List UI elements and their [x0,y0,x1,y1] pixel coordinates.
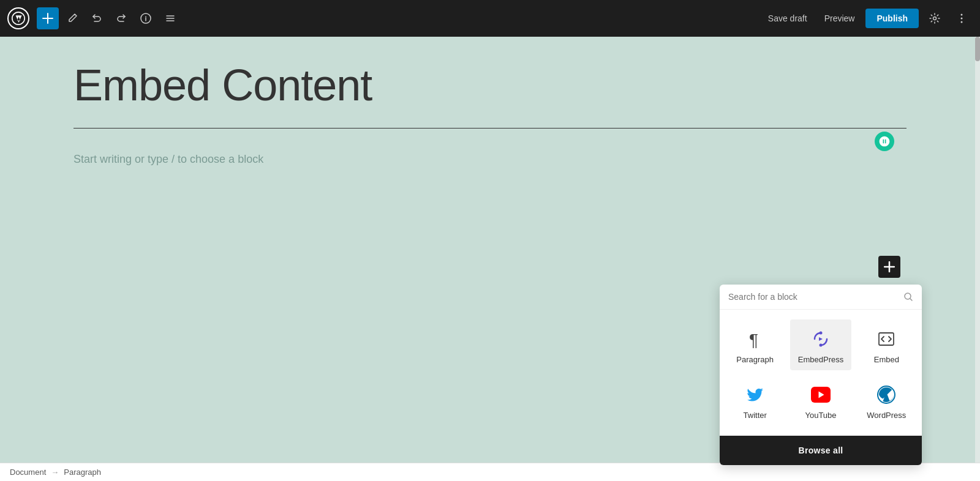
status-bar: Document → Paragraph [0,463,980,481]
status-separator: → [51,468,59,477]
svg-point-8 [819,344,822,347]
publish-button[interactable]: Publish [865,9,919,28]
block-search-container [720,285,922,310]
save-draft-button[interactable]: Save draft [762,10,813,27]
toolbar: Save draft Preview Publish [0,0,980,37]
twitter-icon [744,384,766,406]
block-item-twitter[interactable]: Twitter [725,375,785,426]
edit-button[interactable] [61,7,83,29]
preview-button[interactable]: Preview [818,10,861,27]
status-context[interactable]: Paragraph [64,468,101,477]
block-label-youtube: YouTube [805,411,836,420]
list-view-button[interactable] [159,7,181,29]
editor-area: Embed Content Start writing or type / to… [0,37,980,481]
info-button[interactable] [135,7,157,29]
scroll-thumb [975,37,980,61]
scroll-bar[interactable] [975,37,980,463]
post-title[interactable]: Embed Content [74,61,907,110]
block-item-embedpress[interactable]: EmbedPress [790,319,851,370]
block-search-button[interactable] [903,292,913,302]
settings-button[interactable] [924,7,946,29]
wordpress-logo[interactable] [7,7,29,29]
block-item-embed[interactable]: Embed [856,319,917,370]
svg-point-4 [961,21,963,23]
browse-all-button[interactable]: Browse all [720,436,922,465]
title-separator [74,128,907,129]
svg-point-7 [819,332,822,335]
youtube-icon [810,384,832,406]
undo-button[interactable] [86,7,108,29]
block-label-embed: Embed [874,355,899,364]
svg-text:¶: ¶ [749,330,758,348]
block-label-embedpress: EmbedPress [798,355,843,364]
block-label-twitter: Twitter [744,411,767,420]
block-picker: ¶ Paragraph EmbedPress [720,285,922,465]
paragraph-icon: ¶ [744,328,766,350]
add-block-button[interactable] [878,256,900,278]
block-picker-grid: ¶ Paragraph EmbedPress [720,310,922,436]
toolbar-right: Save draft Preview Publish [762,7,973,29]
block-label-wordpress: WordPress [867,411,906,420]
wordpress-block-icon [875,384,897,406]
svg-point-1 [933,17,937,20]
block-item-paragraph[interactable]: ¶ Paragraph [725,319,785,370]
embedpress-icon [810,328,832,350]
grammarly-icon[interactable] [875,132,894,151]
block-item-youtube[interactable]: YouTube [790,375,851,426]
status-document[interactable]: Document [10,468,46,477]
svg-point-3 [961,18,963,20]
block-search-input[interactable] [728,292,899,302]
more-options-button[interactable] [951,7,973,29]
redo-button[interactable] [110,7,132,29]
block-item-wordpress[interactable]: WordPress [856,375,917,426]
block-label-paragraph: Paragraph [736,355,774,364]
add-block-toolbar-button[interactable] [37,7,59,29]
editor-placeholder[interactable]: Start writing or type / to choose a bloc… [74,153,907,166]
embed-icon [875,328,897,350]
svg-point-2 [961,14,963,16]
